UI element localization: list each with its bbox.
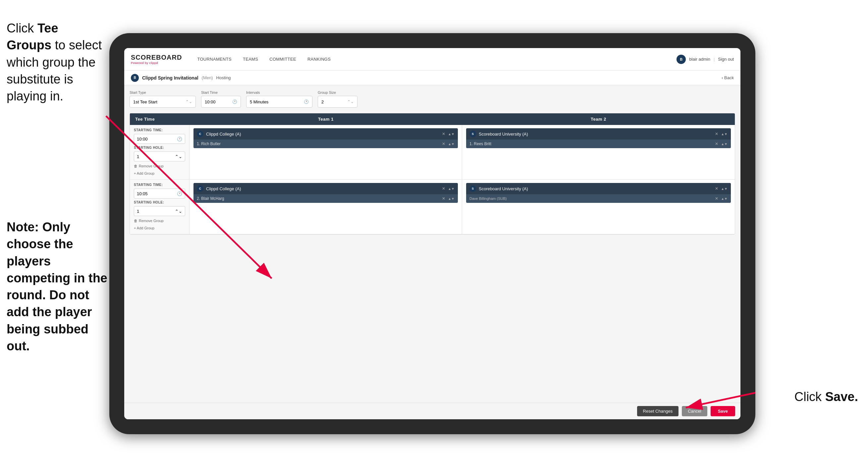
starting-time-input-2[interactable]: 10:05 🕐 (134, 188, 185, 199)
group-size-label: Group Size (318, 90, 358, 94)
player4-sort-icon[interactable]: ▲▼ (721, 197, 727, 201)
navbar: SCOREBOARD Powered by clippd TOURNAMENTS… (124, 48, 740, 70)
team1-card-header-group1: C Clippd College (A) ✕ ▲▼ (193, 128, 458, 140)
team1-name-group2: Clippd College (A) (206, 186, 241, 191)
team2-card-header-group1: S Scoreboard University (A) ✕ ▲▼ (466, 128, 731, 140)
start-time-field: Start Time 10:00 🕐 (201, 90, 241, 108)
intervals-label: Intervals (246, 90, 312, 94)
save-button[interactable]: Save (711, 406, 735, 416)
player-name-group2-team1-1: 2. Blair McHarg (197, 196, 224, 201)
back-button[interactable]: ‹ Back (721, 75, 734, 80)
trash-icon-2: 🗑 (134, 219, 137, 223)
hole-spinner-2: ⌃⌄ (175, 209, 182, 214)
th-team1: Team 1 (189, 113, 462, 125)
breadcrumb-left: B Clippd Spring Invitational (Men) Hosti… (131, 74, 231, 82)
tee-group-1-sidebar: STARTING TIME: 10:00 🕐 STARTING HOLE: 1 … (130, 125, 189, 179)
start-time-input[interactable]: 10:00 🕐 (201, 96, 241, 108)
trash-icon-1: 🗑 (134, 164, 137, 168)
player-name-group2-team2-1: Dave Billingham (SUB) (469, 197, 506, 201)
starting-hole-label-2: STARTING HOLE: (134, 201, 185, 204)
team2-remove-icon-group1[interactable]: ✕ (715, 132, 718, 136)
nav-links: TOURNAMENTS TEAMS COMMITTEE RANKINGS (192, 55, 677, 64)
save-bold: Save. (825, 390, 858, 404)
table-header: Tee Time Team 1 Team 2 (130, 113, 735, 125)
player3-sort-icon[interactable]: ▲▼ (448, 197, 455, 201)
player4-remove-icon[interactable]: ✕ (715, 196, 718, 201)
team2-icon-group2: S (469, 185, 476, 192)
intervals-clock: 🕐 (304, 99, 309, 104)
team2-card-group1[interactable]: S Scoreboard University (A) ✕ ▲▼ 1. Rees… (466, 128, 731, 148)
group-size-field: Group Size 2 ⌃⌄ (318, 90, 358, 108)
team2-sort-icon-group2[interactable]: ▲▼ (721, 187, 727, 191)
team1-icon-group2: C (197, 185, 204, 192)
starting-time-input-1[interactable]: 10:00 🕐 (134, 134, 185, 144)
starting-hole-input-1[interactable]: 1 ⌃⌄ (134, 151, 185, 162)
start-time-label: Start Time (201, 90, 241, 94)
add-group-button-2[interactable]: + Add Group (134, 225, 185, 231)
player-row-group2-team2-1[interactable]: Dave Billingham (SUB) ✕ ▲▼ (466, 194, 731, 203)
player-name-group1-team1-1: 1. Rich Butler (197, 142, 221, 146)
team1-remove-icon-group1[interactable]: ✕ (442, 132, 445, 136)
intervals-input[interactable]: 5 Minutes 🕐 (246, 96, 312, 108)
player-remove-icon[interactable]: ✕ (442, 142, 445, 146)
player-row-group1-team1-1[interactable]: 1. Rich Butler ✕ ▲▼ (193, 140, 458, 148)
player-sort-icon[interactable]: ▲▼ (448, 142, 455, 146)
sign-out-link[interactable]: Sign out (718, 57, 734, 62)
add-group-button-1[interactable]: + Add Group (134, 171, 185, 176)
player-name-group1-team2-1: 1. Rees Britt (469, 142, 491, 146)
time-clock-icon-2: 🕐 (177, 191, 182, 196)
tee-group-2-sidebar: STARTING TIME: 10:05 🕐 STARTING HOLE: 1 … (130, 180, 189, 234)
note-text: Note: Only choose the players competing … (0, 219, 113, 355)
team2-icon-group1: S (469, 130, 476, 137)
breadcrumb-gender: (Men) (202, 75, 213, 80)
tablet-device: SCOREBOARD Powered by clippd TOURNAMENTS… (109, 33, 755, 434)
settings-row: Start Type 1st Tee Start ⌃⌄ Start Time 1… (129, 90, 735, 108)
reset-changes-button[interactable]: Reset Changes (637, 406, 679, 416)
player3-remove-icon[interactable]: ✕ (442, 196, 445, 201)
instruction-text: Click Tee Groups to select which group t… (0, 20, 106, 105)
team1-card-header-group2: C Clippd College (A) ✕ ▲▼ (193, 183, 458, 194)
start-type-input[interactable]: 1st Tee Start ⌃⌄ (129, 96, 196, 108)
player-row-group2-team1-1[interactable]: 2. Blair McHarg ✕ ▲▼ (193, 194, 458, 203)
nav-rankings[interactable]: RANKINGS (302, 55, 336, 64)
team1-card-left: C Clippd College (A) (197, 130, 241, 137)
team1-sort-icon-group2[interactable]: ▲▼ (448, 187, 455, 191)
team2-name-group2: Scoreboard University (A) (479, 186, 528, 191)
team2-remove-icon-group2[interactable]: ✕ (715, 186, 718, 191)
breadcrumb-bar: B Clippd Spring Invitational (Men) Hosti… (124, 70, 740, 85)
nav-teams[interactable]: TEAMS (238, 55, 264, 64)
team2-name-group1: Scoreboard University (A) (479, 132, 528, 137)
team1-card-left-2: C Clippd College (A) (197, 185, 241, 192)
tee-groups-bold: Tee Groups (7, 21, 58, 52)
th-team2: Team 2 (462, 113, 735, 125)
team1-card-group2[interactable]: C Clippd College (A) ✕ ▲▼ 2. Blair McHar… (193, 183, 458, 203)
logo-area: SCOREBOARD Powered by clippd (131, 54, 182, 65)
th-tee-time: Tee Time (130, 113, 189, 125)
team2-cell-group1: S Scoreboard University (A) ✕ ▲▼ 1. Rees… (462, 125, 735, 179)
nav-committee[interactable]: COMMITTEE (264, 55, 302, 64)
team1-sort-icon-group1[interactable]: ▲▼ (448, 132, 455, 136)
tee-group-row-2: STARTING TIME: 10:05 🕐 STARTING HOLE: 1 … (130, 180, 735, 234)
team2-card-group2[interactable]: S Scoreboard University (A) ✕ ▲▼ Dave Bi… (466, 183, 731, 203)
remove-group-button-2[interactable]: 🗑 Remove Group (134, 218, 185, 224)
player-row-group1-team2-1[interactable]: 1. Rees Britt ✕ ▲▼ (466, 140, 731, 148)
pipe: | (714, 57, 715, 62)
team1-actions-group2: ✕ ▲▼ (442, 186, 455, 191)
cancel-button[interactable]: Cancel (682, 406, 707, 416)
team2-cell-group2: S Scoreboard University (A) ✕ ▲▼ Dave Bi… (462, 180, 735, 234)
starting-time-label-1: STARTING TIME: (134, 128, 185, 132)
note-bold: Note: Only choose the players competing … (7, 220, 107, 353)
team1-remove-icon-group2[interactable]: ✕ (442, 186, 445, 191)
tablet-screen: SCOREBOARD Powered by clippd TOURNAMENTS… (124, 48, 740, 419)
team1-card-group1[interactable]: C Clippd College (A) ✕ ▲▼ 1. Rich Butler (193, 128, 458, 148)
team1-icon-group1: C (197, 130, 204, 137)
starting-hole-input-2[interactable]: 1 ⌃⌄ (134, 206, 185, 216)
start-type-field: Start Type 1st Tee Start ⌃⌄ (129, 90, 196, 108)
team2-sort-icon-group1[interactable]: ▲▼ (721, 132, 727, 136)
start-type-label: Start Type (129, 90, 196, 94)
player2-remove-icon[interactable]: ✕ (715, 142, 718, 146)
group-size-input[interactable]: 2 ⌃⌄ (318, 96, 358, 108)
remove-group-button-1[interactable]: 🗑 Remove Group (134, 164, 185, 169)
player2-sort-icon[interactable]: ▲▼ (721, 142, 727, 146)
nav-tournaments[interactable]: TOURNAMENTS (192, 55, 237, 64)
